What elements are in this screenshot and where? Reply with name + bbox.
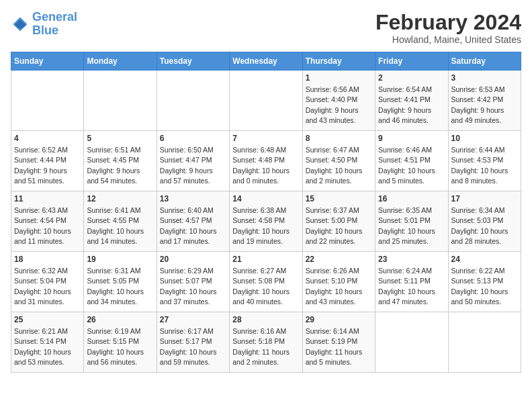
calendar-week-row: 25Sunrise: 6:21 AM Sunset: 5:14 PM Dayli…	[11, 312, 521, 373]
day-detail: Sunrise: 6:40 AM Sunset: 4:57 PM Dayligh…	[160, 205, 226, 246]
calendar-cell: 27Sunrise: 6:17 AM Sunset: 5:17 PM Dayli…	[157, 312, 229, 373]
calendar-cell: 22Sunrise: 6:26 AM Sunset: 5:10 PM Dayli…	[302, 252, 375, 312]
day-number: 7	[232, 134, 299, 143]
calendar-week-row: 4Sunrise: 6:52 AM Sunset: 4:44 PM Daylig…	[11, 131, 521, 191]
calendar-cell	[11, 71, 84, 131]
day-number: 1	[306, 73, 372, 83]
weekday-header: Monday	[84, 52, 157, 71]
calendar-cell: 1Sunrise: 6:56 AM Sunset: 4:40 PM Daylig…	[302, 71, 375, 131]
calendar-cell: 19Sunrise: 6:31 AM Sunset: 5:05 PM Dayli…	[84, 252, 157, 312]
day-detail: Sunrise: 6:56 AM Sunset: 4:40 PM Dayligh…	[306, 85, 372, 126]
day-detail: Sunrise: 6:14 AM Sunset: 5:19 PM Dayligh…	[306, 326, 372, 367]
day-detail: Sunrise: 6:48 AM Sunset: 4:48 PM Dayligh…	[232, 145, 299, 186]
day-number: 24	[451, 255, 518, 264]
weekday-row: SundayMondayTuesdayWednesdayThursdayFrid…	[11, 52, 521, 71]
day-detail: Sunrise: 6:51 AM Sunset: 4:45 PM Dayligh…	[87, 145, 153, 186]
day-number: 3	[451, 73, 518, 83]
weekday-header: Saturday	[448, 52, 521, 71]
day-detail: Sunrise: 6:34 AM Sunset: 5:03 PM Dayligh…	[451, 205, 518, 246]
day-detail: Sunrise: 6:53 AM Sunset: 4:42 PM Dayligh…	[451, 85, 518, 126]
month-title: February 2024	[375, 11, 521, 34]
calendar-body: 1Sunrise: 6:56 AM Sunset: 4:40 PM Daylig…	[11, 71, 521, 373]
day-number: 11	[14, 194, 81, 203]
day-number: 28	[232, 315, 299, 324]
day-number: 23	[378, 255, 445, 264]
day-number: 27	[160, 315, 226, 324]
day-number: 20	[160, 255, 226, 264]
day-detail: Sunrise: 6:17 AM Sunset: 5:17 PM Dayligh…	[160, 326, 226, 367]
calendar-cell: 16Sunrise: 6:35 AM Sunset: 5:01 PM Dayli…	[375, 191, 448, 252]
calendar-cell: 6Sunrise: 6:50 AM Sunset: 4:47 PM Daylig…	[157, 131, 229, 191]
day-number: 29	[306, 315, 372, 324]
location: Howland, Maine, United States	[375, 34, 521, 45]
day-detail: Sunrise: 6:29 AM Sunset: 5:07 PM Dayligh…	[160, 266, 226, 307]
day-number: 8	[306, 134, 372, 143]
calendar-cell: 8Sunrise: 6:47 AM Sunset: 4:50 PM Daylig…	[302, 131, 375, 191]
calendar-table: SundayMondayTuesdayWednesdayThursdayFrid…	[11, 52, 521, 373]
day-detail: Sunrise: 6:24 AM Sunset: 5:11 PM Dayligh…	[378, 266, 445, 307]
day-detail: Sunrise: 6:37 AM Sunset: 5:00 PM Dayligh…	[306, 205, 372, 246]
calendar-cell: 28Sunrise: 6:16 AM Sunset: 5:18 PM Dayli…	[230, 312, 302, 373]
calendar-cell: 18Sunrise: 6:32 AM Sunset: 5:04 PM Dayli…	[11, 252, 84, 312]
calendar-week-row: 18Sunrise: 6:32 AM Sunset: 5:04 PM Dayli…	[11, 252, 521, 312]
day-detail: Sunrise: 6:26 AM Sunset: 5:10 PM Dayligh…	[306, 266, 372, 307]
weekday-header: Friday	[375, 52, 448, 71]
calendar-cell: 4Sunrise: 6:52 AM Sunset: 4:44 PM Daylig…	[11, 131, 84, 191]
day-number: 14	[232, 194, 299, 203]
day-detail: Sunrise: 6:43 AM Sunset: 4:54 PM Dayligh…	[14, 205, 81, 246]
calendar-cell	[230, 71, 302, 131]
calendar-cell: 24Sunrise: 6:22 AM Sunset: 5:13 PM Dayli…	[448, 252, 521, 312]
calendar-cell: 29Sunrise: 6:14 AM Sunset: 5:19 PM Dayli…	[302, 312, 375, 373]
weekday-header: Tuesday	[157, 52, 229, 71]
calendar-cell	[84, 71, 157, 131]
day-detail: Sunrise: 6:31 AM Sunset: 5:05 PM Dayligh…	[87, 266, 153, 307]
logo-icon	[11, 15, 30, 34]
day-detail: Sunrise: 6:50 AM Sunset: 4:47 PM Dayligh…	[160, 145, 226, 186]
calendar-cell: 25Sunrise: 6:21 AM Sunset: 5:14 PM Dayli…	[11, 312, 84, 373]
calendar-week-row: 11Sunrise: 6:43 AM Sunset: 4:54 PM Dayli…	[11, 191, 521, 252]
day-detail: Sunrise: 6:32 AM Sunset: 5:04 PM Dayligh…	[14, 266, 81, 307]
calendar-header: SundayMondayTuesdayWednesdayThursdayFrid…	[11, 52, 521, 71]
calendar-cell: 10Sunrise: 6:44 AM Sunset: 4:53 PM Dayli…	[448, 131, 521, 191]
svg-marker-1	[14, 19, 26, 29]
day-detail: Sunrise: 6:52 AM Sunset: 4:44 PM Dayligh…	[14, 145, 81, 186]
calendar-cell: 11Sunrise: 6:43 AM Sunset: 4:54 PM Dayli…	[11, 191, 84, 252]
day-number: 5	[87, 134, 153, 143]
calendar-cell: 2Sunrise: 6:54 AM Sunset: 4:41 PM Daylig…	[375, 71, 448, 131]
day-detail: Sunrise: 6:41 AM Sunset: 4:55 PM Dayligh…	[87, 205, 153, 246]
day-detail: Sunrise: 6:19 AM Sunset: 5:15 PM Dayligh…	[87, 326, 153, 367]
calendar-week-row: 1Sunrise: 6:56 AM Sunset: 4:40 PM Daylig…	[11, 71, 521, 131]
calendar-cell: 26Sunrise: 6:19 AM Sunset: 5:15 PM Dayli…	[84, 312, 157, 373]
day-number: 16	[378, 194, 445, 203]
calendar-cell: 21Sunrise: 6:27 AM Sunset: 5:08 PM Dayli…	[230, 252, 302, 312]
calendar-cell	[448, 312, 521, 373]
calendar-cell: 20Sunrise: 6:29 AM Sunset: 5:07 PM Dayli…	[157, 252, 229, 312]
day-number: 19	[87, 255, 153, 264]
calendar-cell: 7Sunrise: 6:48 AM Sunset: 4:48 PM Daylig…	[230, 131, 302, 191]
day-detail: Sunrise: 6:35 AM Sunset: 5:01 PM Dayligh…	[378, 205, 445, 246]
weekday-header: Wednesday	[230, 52, 302, 71]
calendar-cell: 13Sunrise: 6:40 AM Sunset: 4:57 PM Dayli…	[157, 191, 229, 252]
day-number: 17	[451, 194, 518, 203]
calendar-cell: 14Sunrise: 6:38 AM Sunset: 4:58 PM Dayli…	[230, 191, 302, 252]
calendar-cell: 3Sunrise: 6:53 AM Sunset: 4:42 PM Daylig…	[448, 71, 521, 131]
day-detail: Sunrise: 6:27 AM Sunset: 5:08 PM Dayligh…	[232, 266, 299, 307]
calendar-cell: 15Sunrise: 6:37 AM Sunset: 5:00 PM Dayli…	[302, 191, 375, 252]
logo-line2: Blue	[32, 24, 58, 37]
calendar-cell	[375, 312, 448, 373]
day-detail: Sunrise: 6:47 AM Sunset: 4:50 PM Dayligh…	[306, 145, 372, 186]
calendar-cell: 17Sunrise: 6:34 AM Sunset: 5:03 PM Dayli…	[448, 191, 521, 252]
day-number: 22	[306, 255, 372, 264]
logo-line1: General	[32, 10, 77, 24]
day-number: 21	[232, 255, 299, 264]
calendar-cell: 23Sunrise: 6:24 AM Sunset: 5:11 PM Dayli…	[375, 252, 448, 312]
logo: General Blue	[11, 11, 77, 38]
day-number: 6	[160, 134, 226, 143]
day-number: 9	[378, 134, 445, 143]
calendar-cell: 9Sunrise: 6:46 AM Sunset: 4:51 PM Daylig…	[375, 131, 448, 191]
day-detail: Sunrise: 6:38 AM Sunset: 4:58 PM Dayligh…	[232, 205, 299, 246]
day-number: 10	[451, 134, 518, 143]
day-detail: Sunrise: 6:21 AM Sunset: 5:14 PM Dayligh…	[14, 326, 81, 367]
day-number: 18	[14, 255, 81, 264]
day-number: 15	[306, 194, 372, 203]
